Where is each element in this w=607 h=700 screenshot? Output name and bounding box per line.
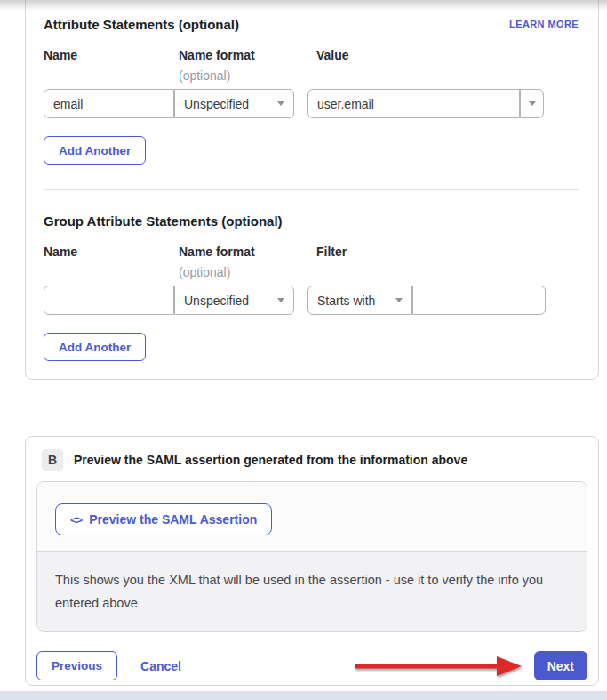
attribute-name-format-select[interactable]: Unspecified — [174, 89, 294, 118]
next-button[interactable]: Next — [534, 651, 587, 680]
preview-box: <> Preview the SAML Assertion This shows… — [36, 481, 587, 632]
bottom-edge-strip — [0, 691, 607, 700]
code-icon: <> — [70, 513, 82, 527]
previous-button[interactable]: Previous — [36, 651, 117, 680]
chevron-down-icon — [395, 298, 403, 302]
column-label-name: Name — [44, 245, 77, 259]
column-label-optional: (optional) — [179, 265, 255, 279]
attribute-value-select[interactable] — [520, 89, 544, 118]
group-filter-group: Starts with — [307, 286, 546, 315]
add-another-attribute-button[interactable]: Add Another — [44, 136, 146, 165]
group-attribute-statements-title: Group Attribute Statements (optional) — [44, 213, 579, 229]
step-b-badge: B — [42, 449, 63, 471]
group-name-format-select[interactable]: Unspecified — [174, 286, 294, 315]
chevron-down-icon — [277, 298, 284, 302]
add-another-group-attribute-button[interactable]: Add Another — [44, 333, 146, 361]
attribute-value-group — [307, 89, 544, 118]
wizard-footer: Previous Cancel Next — [36, 651, 587, 680]
attribute-statements-title: Attribute Statements (optional) — [44, 17, 239, 32]
section-divider — [44, 189, 579, 190]
learn-more-link[interactable]: LEARN MORE — [509, 19, 579, 29]
column-label-name: Name — [44, 48, 77, 62]
group-columns-header: Name Name format (optional) Filter — [44, 245, 579, 280]
column-label-name-format: Name format (optional) — [179, 245, 255, 279]
column-label-name-format: Name format (optional) — [179, 48, 255, 83]
cancel-link[interactable]: Cancel — [140, 659, 181, 673]
chevron-down-icon — [277, 101, 284, 106]
attribute-statements-card: Attribute Statements (optional) LEARN MO… — [25, 0, 599, 380]
red-annotation-arrow-icon — [353, 654, 523, 679]
chevron-down-icon — [529, 101, 536, 106]
attribute-row: Unspecified — [44, 89, 579, 118]
preview-description: This shows you the XML that will be used… — [37, 551, 587, 631]
preview-saml-assertion-button[interactable]: <> Preview the SAML Assertion — [55, 503, 272, 535]
column-label-optional: (optional) — [179, 68, 255, 83]
preview-saml-card: B Preview the SAML assertion generated f… — [25, 436, 599, 686]
attribute-columns-header: Name Name format (optional) Value — [44, 48, 579, 84]
group-filter-select[interactable]: Starts with — [307, 286, 412, 315]
column-label-value: Value — [316, 48, 349, 62]
column-label-filter: Filter — [316, 245, 347, 259]
group-attribute-row: Unspecified Starts with — [44, 286, 579, 315]
group-filter-value-input[interactable] — [412, 286, 546, 315]
preview-step-title: Preview the SAML assertion generated fro… — [74, 453, 467, 467]
group-name-input[interactable] — [44, 286, 174, 315]
attribute-name-group: Unspecified — [44, 89, 294, 118]
attribute-value-input[interactable] — [307, 89, 520, 118]
attribute-name-input[interactable] — [44, 89, 174, 118]
group-name-group: Unspecified — [44, 286, 294, 315]
